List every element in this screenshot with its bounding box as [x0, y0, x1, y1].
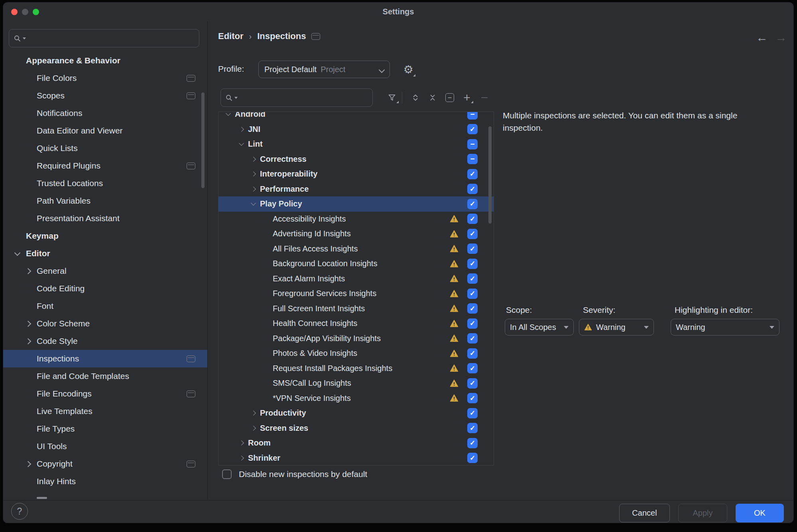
checkbox-checked[interactable]: ✓ — [467, 199, 478, 209]
back-arrow-button[interactable]: ← — [756, 30, 768, 45]
sidebar-item-font[interactable]: Font — [3, 297, 207, 315]
checkbox-checked[interactable]: ✓ — [467, 259, 478, 269]
chevron-right-icon[interactable] — [250, 424, 257, 432]
checkbox-checked[interactable]: ✓ — [467, 363, 478, 373]
sidebar-item-data-editor-viewer[interactable]: Data Editor and Viewer — [3, 122, 207, 139]
disable-new-inspections-row[interactable]: Disable new inspections by default — [222, 469, 367, 479]
sidebar-scrollbar[interactable] — [201, 92, 205, 188]
sidebar-item-inspections[interactable]: Inspections — [3, 350, 207, 367]
tree-row-exact-alarm-insights[interactable]: Exact Alarm Insights✓ — [218, 271, 494, 287]
tree-row-interoperability[interactable]: Interoperability✓ — [218, 167, 494, 182]
sidebar-item-copyright[interactable]: Copyright — [3, 455, 207, 473]
checkbox-checked[interactable]: ✓ — [467, 124, 478, 134]
checkbox-checked[interactable]: ✓ — [467, 438, 478, 448]
tree-row-vpn-service-insights[interactable]: *VPN Service Insights✓ — [218, 391, 494, 406]
add-inspection-button[interactable]: + — [460, 91, 474, 104]
sidebar-item-ui-tools[interactable]: UI Tools — [3, 438, 207, 455]
chevron-right-icon[interactable] — [238, 440, 245, 447]
checkbox-checked[interactable]: ✓ — [467, 229, 478, 239]
expand-all-button[interactable] — [409, 91, 422, 104]
checkbox-checked[interactable]: ✓ — [467, 378, 478, 389]
sidebar-item-file-code-templates[interactable]: File and Code Templates — [3, 367, 207, 385]
sidebar-item-color-scheme[interactable]: Color Scheme — [3, 315, 207, 332]
tree-row-android[interactable]: Android− — [218, 112, 494, 122]
chevron-down-icon[interactable] — [250, 200, 257, 208]
sidebar-item-code-style[interactable]: Code Style — [3, 332, 207, 350]
chevron-right-icon[interactable] — [238, 126, 245, 133]
sidebar-item-general[interactable]: General — [3, 262, 207, 280]
chevron-right-icon[interactable] — [250, 410, 257, 417]
checkbox-checked[interactable]: ✓ — [467, 243, 478, 254]
tree-row-shrinker[interactable]: Shrinker✓ — [218, 451, 494, 466]
sidebar-item-quick-lists[interactable]: Quick Lists — [3, 139, 207, 157]
profile-dropdown[interactable]: Project Default Project — [258, 61, 390, 78]
tree-row-full-screen-intent-insights[interactable]: Full Screen Intent Insights✓ — [218, 301, 494, 316]
tree-row-productivity[interactable]: Productivity✓ — [218, 406, 494, 421]
sidebar-item-code-editing[interactable]: Code Editing — [3, 280, 207, 297]
sidebar-item-inlay-hints[interactable]: Inlay Hints — [3, 473, 207, 490]
chevron-right-icon[interactable] — [238, 454, 245, 461]
chevron-right-icon[interactable] — [24, 337, 32, 345]
sidebar-item-live-templates[interactable]: Live Templates — [3, 402, 207, 420]
checkbox-checked[interactable]: ✓ — [467, 333, 478, 344]
checkbox-checked[interactable]: ✓ — [467, 289, 478, 299]
tree-row-package-app-visibility-insights[interactable]: Package/App Visibility Insights✓ — [218, 331, 494, 346]
disable-inspection-button[interactable]: − — [443, 91, 457, 104]
sidebar-item-file-colors[interactable]: File Colors — [3, 69, 207, 87]
checkbox-unchecked[interactable] — [222, 469, 232, 479]
tree-row-accessibility-insights[interactable]: Accessibility Insights✓ — [218, 212, 494, 227]
checkbox-checked[interactable]: ✓ — [467, 214, 478, 224]
sidebar-item-presentation-assistant[interactable]: Presentation Assistant — [3, 210, 207, 227]
chevron-right-icon[interactable] — [250, 185, 257, 192]
sidebar-item-trusted-locations[interactable]: Trusted Locations — [3, 175, 207, 192]
tree-row-performance[interactable]: Performance✓ — [218, 182, 494, 197]
sidebar-search-input[interactable] — [9, 29, 199, 47]
sidebar-section-keymap[interactable]: Keymap — [3, 227, 207, 245]
inspections-search-input[interactable] — [220, 88, 373, 107]
sidebar-item-notifications[interactable]: Notifications — [3, 104, 207, 122]
checkbox-checked[interactable]: ✓ — [467, 318, 478, 329]
sidebar-item-required-plugins[interactable]: Required Plugins — [3, 157, 207, 175]
tree-row-request-install-packages-insights[interactable]: Request Install Packages Insights✓ — [218, 361, 494, 376]
severity-dropdown[interactable]: Warning — [579, 319, 654, 336]
tree-row-health-connect-insights[interactable]: Health Connect Insights✓ — [218, 316, 494, 331]
checkbox-checked[interactable]: ✓ — [467, 453, 478, 463]
sidebar-item-path-variables[interactable]: Path Variables — [3, 192, 207, 210]
tree-row-sms-call-log-insights[interactable]: SMS/Call Log Insights✓ — [218, 376, 494, 391]
checkbox-checked[interactable]: ✓ — [467, 348, 478, 359]
checkbox-checked[interactable]: ✓ — [467, 423, 478, 433]
sidebar-section-editor[interactable]: Editor — [3, 245, 207, 262]
chevron-down-icon[interactable] — [224, 112, 232, 118]
sidebar-item-file-encodings[interactable]: File Encodings — [3, 385, 207, 402]
collapse-all-button[interactable] — [426, 91, 439, 104]
tree-row-room[interactable]: Room✓ — [218, 436, 494, 451]
tree-row-all-files-access-insights[interactable]: All Files Access Insights✓ — [218, 241, 494, 257]
chevron-down-icon[interactable] — [13, 249, 21, 257]
sidebar-item-scopes[interactable]: Scopes — [3, 87, 207, 104]
checkbox-mixed[interactable]: − — [467, 154, 478, 164]
checkbox-checked[interactable]: ✓ — [467, 273, 478, 284]
checkbox-checked[interactable]: ✓ — [467, 169, 478, 179]
chevron-right-icon[interactable] — [250, 171, 257, 178]
chevron-right-icon[interactable] — [24, 460, 32, 468]
tree-row-advertising-id-insights[interactable]: Advertising Id Insights✓ — [218, 226, 494, 241]
chevron-down-icon[interactable] — [238, 141, 245, 148]
chevron-right-icon[interactable] — [250, 155, 257, 163]
filter-button[interactable] — [385, 91, 399, 104]
sidebar-section-appearance-behavior[interactable]: Appearance & Behavior — [3, 52, 207, 69]
tree-row-photos-video-insights[interactable]: Photos & Video Insights✓ — [218, 346, 494, 361]
chevron-right-icon[interactable] — [24, 267, 32, 275]
sidebar-item-file-types[interactable]: File Types — [3, 420, 207, 438]
tree-scrollbar[interactable] — [488, 126, 492, 224]
tree-row-play-policy[interactable]: Play Policy✓ — [218, 196, 494, 212]
cancel-button[interactable]: Cancel — [619, 504, 670, 522]
checkbox-checked[interactable]: ✓ — [467, 393, 478, 403]
checkbox-checked[interactable]: ✓ — [467, 303, 478, 314]
breadcrumb-editor[interactable]: Editor — [218, 31, 244, 41]
tree-row-screen-sizes[interactable]: Screen sizes✓ — [218, 421, 494, 436]
checkbox-mixed[interactable]: − — [467, 139, 478, 149]
chevron-right-icon[interactable] — [24, 320, 32, 328]
tree-row-correctness[interactable]: Correctness− — [218, 152, 494, 167]
tree-row-lint[interactable]: Lint− — [218, 137, 494, 152]
ok-button[interactable]: OK — [736, 504, 784, 522]
